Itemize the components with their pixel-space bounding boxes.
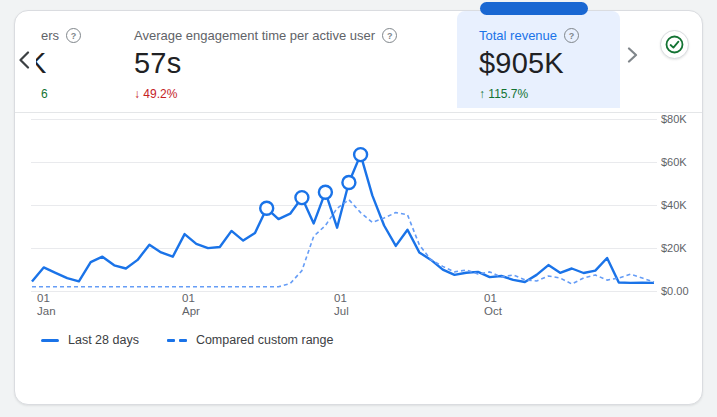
metric-title: Total revenue: [479, 28, 557, 43]
legend-label-compared-range: Compared custom range: [196, 333, 334, 347]
metric-change: 115.7%: [488, 87, 528, 101]
chart-legend: Last 28 days Compared custom range: [41, 333, 333, 347]
x-axis-label: 01 Jul: [334, 292, 349, 318]
checkmark-status-button[interactable]: [660, 30, 689, 59]
metric-change-fragment: 6: [41, 87, 48, 101]
metric-value: 57s: [134, 47, 181, 80]
scroll-right-button[interactable]: [621, 43, 643, 67]
metric-card-engagement-time[interactable]: Average engagement time per active user …: [134, 11, 454, 108]
y-axis-label: $0.00: [661, 285, 705, 297]
gridline: [31, 248, 657, 249]
page-background: { "colors": { "accent": "#1a73e8", "comp…: [0, 0, 717, 417]
help-icon[interactable]: ?: [564, 28, 579, 43]
help-icon[interactable]: ?: [66, 28, 81, 43]
check-circle-icon: [665, 35, 684, 54]
trend-down-arrow-icon: ↓: [134, 87, 140, 101]
x-axis-label: 01 Jan: [37, 292, 56, 318]
trend-up-arrow-icon: ↑: [479, 87, 485, 101]
selected-metric-tab-indicator: [480, 2, 588, 15]
chevron-right-icon: [627, 47, 638, 63]
metric-change: 49.2%: [143, 87, 177, 101]
metric-title: Average engagement time per active user: [134, 28, 375, 43]
gridline: [31, 119, 657, 120]
help-icon[interactable]: ?: [382, 28, 397, 43]
metric-title-fragment: ers: [41, 28, 59, 43]
legend-solid-line-icon: [41, 339, 59, 342]
legend-label-current-range: Last 28 days: [68, 333, 139, 347]
y-axis-label: $80K: [661, 113, 705, 125]
chevron-left-icon: [18, 51, 30, 69]
y-axis-label: $20K: [661, 242, 705, 254]
gridline: [31, 162, 657, 163]
metric-card-total-revenue[interactable]: Total revenue ? $905K ↑ 115.7%: [479, 11, 619, 108]
y-axis-label: $60K: [661, 156, 705, 168]
x-axis-label: 01 Apr: [182, 292, 200, 318]
metrics-overview-card: ers ? K 6 Average engagement time per ac…: [14, 10, 703, 405]
gridline: [31, 205, 657, 206]
header-divider: [15, 112, 702, 113]
metric-value: $905K: [479, 47, 564, 80]
scroll-left-button[interactable]: [13, 48, 35, 72]
y-axis-label: $40K: [661, 199, 705, 211]
x-axis-label: 01 Oct: [484, 292, 502, 318]
legend-dashed-line-icon: [167, 339, 187, 342]
